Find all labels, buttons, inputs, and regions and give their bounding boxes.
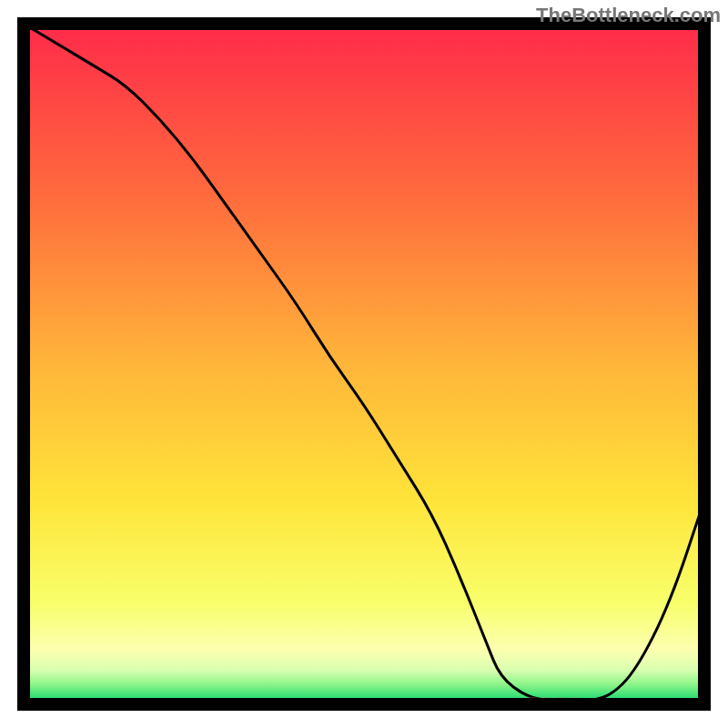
chart-container: TheBottleneck.com (0, 0, 728, 728)
watermark-text: TheBottleneck.com (536, 4, 721, 27)
bottleneck-chart (0, 0, 728, 728)
gradient-background (24, 24, 704, 704)
